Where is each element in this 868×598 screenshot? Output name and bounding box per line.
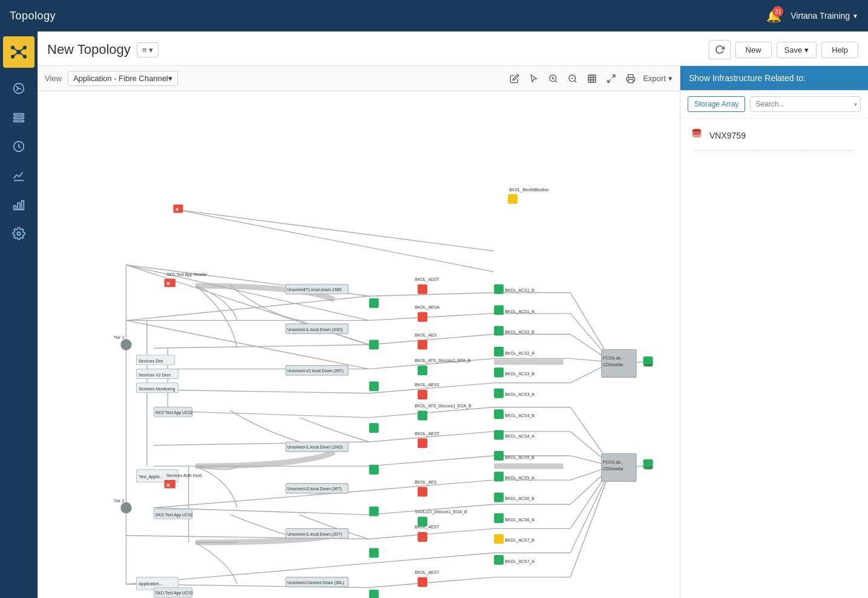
zoom-in-icon[interactable] [546,71,561,86]
top-bar: Topology 🔔 31 Virtana Training ▼ [0,0,868,31]
svg-text:BKOL_AEST: BKOL_AEST [415,432,439,436]
help-button[interactable]: Help [821,42,858,58]
svg-line-5 [13,48,19,53]
svg-rect-125 [494,472,504,481]
svg-text:BKOL_AES: BKOL_AES [415,480,436,485]
toolbar-icons: Export ▾ [507,71,672,86]
refresh-button[interactable] [709,40,731,59]
svg-line-25 [575,80,577,82]
svg-text:Services Auth Host: Services Auth Host [166,473,202,478]
svg-text:Services V2 Dem: Services V2 Dem [139,373,171,377]
svg-rect-89 [418,390,427,399]
svg-rect-85 [418,312,427,322]
user-menu[interactable]: Virtana Training ▼ [791,11,858,21]
topology-canvas[interactable]: .node-green { fill: #27ae60; } .node-red… [38,91,680,598]
svg-text:Services Monitoring: Services Monitoring [139,387,175,392]
sidebar-item-dashboard[interactable] [3,75,35,102]
search-input[interactable] [750,96,861,112]
right-panel-header: Show Infrastructure Related to: [680,66,868,90]
app-title: Topology [10,10,56,22]
svg-text:BKOL_ACS4_B: BKOL_ACS4_B [505,413,534,418]
svg-rect-135 [418,366,427,375]
svg-text:BKOL_ACS6_A: BKOL_ACS6_A [505,518,534,522]
sidebar-item-alerts[interactable] [3,133,35,160]
new-button[interactable]: New [735,42,772,58]
svg-rect-131 [494,534,504,544]
svg-rect-117 [494,389,504,398]
zoom-out-icon[interactable] [565,71,580,86]
svg-text:BKOL_ACS2_B: BKOL_ACS2_B [505,330,534,335]
sidebar-item-reports[interactable] [3,191,35,218]
right-panel-title: Show Infrastructure Related to: [689,73,806,83]
svg-rect-17 [21,201,24,210]
svg-text:BKOL_ACS3_B: BKOL_ACS3_B [505,372,534,376]
svg-text:BKOL_ACS7_B: BKOL_ACS7_B [505,538,534,543]
svg-text:Tier 1: Tier 1 [114,335,124,340]
header-actions: New Save ▾ Help [709,40,858,59]
svg-text:Test_Applic...: Test_Applic... [139,475,163,479]
save-button[interactable]: Save ▾ [777,42,817,58]
storage-item[interactable]: VNX9759 [688,123,861,148]
fit-icon[interactable] [585,71,599,86]
svg-rect-15 [13,206,16,209]
line-chart-icon [12,169,25,182]
svg-rect-123 [494,451,504,461]
clock-icon [12,140,25,153]
svg-text:Unsolved-l1.local.Down (2DT): Unsolved-l1.local.Down (2DT) [287,532,342,537]
sidebar [0,31,38,598]
svg-text:BKOL_ACS1_B: BKOL_ACS1_B [505,288,534,293]
view-select[interactable]: Application - Fibre Channel ▾ [68,71,178,86]
sidebar-item-analytics[interactable] [3,162,35,189]
svg-rect-103 [369,465,379,475]
expand-icon[interactable] [604,71,619,86]
edit-icon[interactable] [507,71,522,86]
svg-rect-100 [369,340,379,349]
svg-text:svrt: svrt [645,466,652,470]
svg-line-7 [13,52,19,57]
export-button[interactable]: Export ▾ [643,74,672,83]
svg-text:BKOL_AESA: BKOL_AESA [415,305,439,310]
svg-rect-95 [418,532,427,542]
svg-text:✕: ✕ [175,207,179,212]
svg-line-21 [556,80,557,82]
svg-text:Unsolved-V2.local.Down (26T): Unsolved-V2.local.Down (26T) [287,369,343,373]
search-input-wrap: ▾ [750,96,861,112]
svg-text:✕: ✕ [166,482,171,488]
search-dropdown-arrow: ▾ [854,101,857,108]
right-panel: Show Infrastructure Related to: Storage … [680,66,868,598]
svg-text:SKO Test App UC03: SKO Test App UC03 [156,591,193,596]
refresh-icon [715,45,725,54]
svg-rect-30 [628,79,633,82]
gear-icon [12,227,25,240]
svg-text:svrt: svrt [645,363,652,367]
storage-array-button[interactable]: Storage Array [688,96,745,112]
svg-line-28 [613,75,616,78]
print-icon[interactable] [623,71,638,86]
svg-point-41 [120,339,131,350]
sidebar-item-settings[interactable] [3,220,35,247]
pointer-icon[interactable] [527,71,541,86]
user-menu-arrow: ▼ [852,13,858,19]
sidebar-item-layers[interactable] [3,104,35,131]
svg-text:BKOL_ATS_Discuss1_EOA_B: BKOL_ATS_Discuss1_EOA_B [415,404,472,409]
svg-rect-141 [508,194,518,204]
svg-text:✕: ✕ [166,281,171,287]
svg-text:FCOS-ab..: FCOS-ab.. [603,356,623,360]
notification-bell[interactable]: 🔔 31 [764,6,783,25]
svg-text:Services Dim: Services Dim [139,359,163,363]
svg-rect-101 [369,381,379,391]
svg-rect-107 [494,284,504,294]
svg-text:Unsolvedl71.local.down-1986: Unsolvedl71.local.down-1986 [287,288,341,292]
svg-text:SKO Test App UC02: SKO Test App UC02 [156,410,193,415]
svg-text:BKOL_ACS7_A: BKOL_ACS7_A [505,559,534,564]
page-header: New Topology ≡ ▾ New Save ▾ Help [38,31,868,66]
sidebar-item-topology[interactable] [3,36,35,68]
topology-toolbar: View Application - Fibre Channel ▾ [38,66,680,91]
svg-point-43 [120,502,131,513]
list-button[interactable]: ≡ ▾ [137,42,159,58]
svg-rect-119 [494,409,504,419]
svg-text:BKOL_AES: BKOL_AES [415,333,436,338]
topology-main: View Application - Fibre Channel ▾ [38,66,680,598]
svg-rect-113 [494,347,504,356]
svg-rect-106 [369,590,379,598]
